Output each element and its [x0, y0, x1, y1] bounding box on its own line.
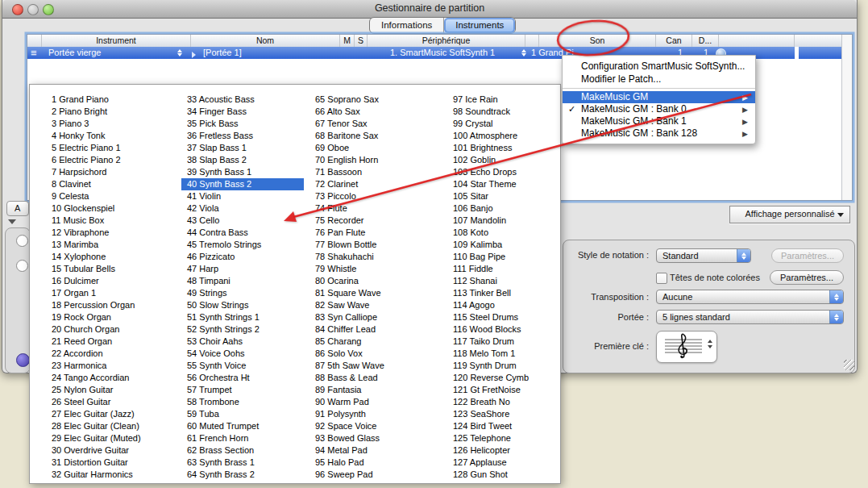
gm-list-item[interactable]: 36 Fretless Bass — [181, 130, 309, 142]
gm-list-item[interactable]: 122 Breath No — [447, 396, 575, 408]
gm-list-item[interactable]: 68 Baritone Sax — [309, 130, 437, 142]
gm-list-item[interactable]: 54 Voice Oohs — [181, 348, 309, 360]
gm-list-item[interactable]: 124 Bird Tweet — [447, 420, 575, 432]
tab-instruments[interactable]: Instruments — [444, 18, 515, 33]
gm-list-item[interactable]: 120 Reverse Cymb — [447, 372, 575, 384]
gm-list-item[interactable]: 85 Charang — [309, 336, 437, 348]
gm-list-item[interactable]: 73 Piccolo — [309, 190, 437, 202]
gm-list-item[interactable]: 91 Polysynth — [309, 408, 437, 420]
gm-list-item[interactable]: 15 Tubular Bells — [46, 263, 173, 275]
gm-list-item[interactable]: 123 SeaShore — [447, 408, 575, 420]
gm-list-item[interactable]: 3 Piano 3 — [46, 118, 173, 130]
clef-stepper-icon[interactable] — [708, 340, 712, 348]
gm-list-item[interactable]: 102 Goblin — [447, 154, 575, 166]
gm-list-item[interactable]: 84 Chiffer Lead — [309, 323, 437, 336]
gm-list-item[interactable]: 29 Elec Guitar (Muted) — [46, 432, 173, 444]
gm-list-item[interactable]: 114 Agogo — [447, 299, 575, 311]
gm-list-item[interactable]: 81 Square Wave — [309, 287, 437, 299]
column-header-peripherique[interactable]: Périphérique — [368, 35, 525, 47]
gm-list-item[interactable]: 37 Slap Bass 1 — [181, 142, 309, 154]
gm-list-item[interactable]: 46 Pizzicato — [181, 251, 309, 263]
gm-list-item[interactable]: 109 Kalimba — [447, 239, 575, 251]
gm-list-item[interactable]: 20 Church Organ — [46, 323, 173, 336]
gm-list-item[interactable]: 23 Harmonica — [46, 360, 173, 372]
gm-list-item[interactable]: 93 Bowed Glass — [309, 432, 437, 444]
table-scrollbar[interactable] — [841, 35, 852, 200]
gm-list-item[interactable]: 96 Sweep Pad — [309, 469, 437, 481]
gm-list-item[interactable]: 2 Piano Bright — [46, 106, 173, 118]
gm-list-item[interactable]: 57 Trumpet — [181, 384, 309, 396]
menu-item-bank1[interactable]: MakeMusic GM : Bank 1 ▶ — [563, 115, 755, 127]
gm-list-item[interactable]: 17 Organ 1 — [46, 287, 173, 299]
gm-list-item[interactable]: 99 Crystal — [447, 118, 575, 130]
gm-list-item[interactable]: 115 Steel Drums — [447, 311, 575, 323]
gm-list-item[interactable]: 62 Brass Section — [181, 444, 309, 457]
gm-list-item[interactable]: 75 Recorder — [309, 215, 437, 227]
gm-list-item[interactable]: 121 Gt FretNoise — [447, 384, 575, 396]
column-header-instrument[interactable]: Instrument — [42, 35, 191, 47]
gm-list-item[interactable]: 30 Overdrive Guitar — [46, 444, 173, 457]
gm-list-item[interactable]: 5 Electric Piano 1 — [46, 142, 173, 154]
gm-list-item[interactable]: 103 Echo Drops — [447, 166, 575, 178]
tab-informations[interactable]: Informations — [370, 18, 444, 33]
gm-list-item[interactable]: 98 Soundtrack — [447, 106, 575, 118]
gm-list-item[interactable]: 27 Elec Guitar (Jazz) — [46, 408, 173, 420]
disclosure-down-icon[interactable] — [8, 219, 16, 224]
gm-list-item[interactable]: 40 Synth Bass 2 — [181, 178, 304, 190]
gm-list-item[interactable]: 66 Alto Sax — [309, 106, 437, 118]
gm-list-item[interactable]: 126 Helicopter — [447, 444, 575, 457]
gm-list-item[interactable]: 16 Dulcimer — [46, 275, 173, 287]
gm-list-item[interactable]: 61 French Horn — [181, 432, 309, 444]
gm-list-item[interactable]: 38 Slap Bass 2 — [181, 154, 309, 166]
gm-list-item[interactable]: 74 Flute — [309, 202, 437, 215]
radio-button-fragment[interactable] — [16, 235, 28, 247]
column-header-nom[interactable]: Nom — [191, 35, 340, 47]
column-header-d[interactable]: D... — [692, 35, 719, 47]
gm-list-item[interactable]: 51 Synth Strings 1 — [181, 311, 309, 323]
color-dot-fragment[interactable] — [16, 353, 30, 367]
colored-noteheads-checkbox[interactable] — [656, 273, 667, 284]
gm-list-item[interactable]: 22 Accordion — [46, 348, 173, 360]
drag-handle-icon[interactable]: ≡ — [31, 47, 37, 59]
gm-list-item[interactable]: 112 Shanai — [447, 275, 575, 287]
gm-list-item[interactable]: 44 Contra Bass — [181, 227, 309, 239]
gm-list-item[interactable]: 53 Choir Aahs — [181, 336, 309, 348]
gm-list-item[interactable]: 25 Nylon Guitar — [46, 384, 173, 396]
menu-item-modify-patch[interactable]: Modifier le Patch... — [563, 73, 755, 86]
gm-list-item[interactable]: 95 Halo Pad — [309, 457, 437, 469]
gm-list-item[interactable]: 100 Atmosphere — [447, 130, 575, 142]
gm-list-item[interactable]: 10 Glockenspiel — [46, 202, 173, 215]
gm-list-item[interactable]: 79 Whistle — [309, 263, 437, 275]
gm-list-item[interactable]: 76 Pan Flute — [309, 227, 437, 239]
gm-list-item[interactable]: 72 Clarinet — [309, 178, 437, 190]
gm-list-item[interactable]: 71 Bassoon — [309, 166, 437, 178]
gm-list-item[interactable]: 90 Warm Pad — [309, 396, 437, 408]
gm-list-item[interactable]: 117 Taiko Drum — [447, 336, 575, 348]
column-header-can[interactable]: Can — [656, 35, 692, 47]
first-clef-button[interactable] — [656, 331, 717, 363]
instrument-stepper-icon[interactable] — [177, 49, 182, 56]
gm-list-item[interactable]: 28 Elec Guitar (Clean) — [46, 420, 173, 432]
gm-list-item[interactable]: 18 Percussion Organ — [46, 299, 173, 311]
gm-list-item[interactable]: 125 Telephone — [447, 432, 575, 444]
gm-list-item[interactable]: 8 Clavinet — [46, 178, 173, 190]
gm-list-item[interactable]: 49 Strings — [181, 287, 309, 299]
hidden-button-fragment[interactable]: A — [6, 201, 29, 216]
column-header-m[interactable]: M — [340, 35, 355, 47]
gm-list-item[interactable]: 13 Marimba — [46, 239, 173, 251]
gm-list-item[interactable]: 113 Tinker Bell — [447, 287, 575, 299]
gm-list-item[interactable]: 43 Cello — [181, 215, 309, 227]
gm-list-item[interactable]: 80 Ocarina — [309, 275, 437, 287]
menu-item-bank128[interactable]: MakeMusic GM : Bank 128 ▶ — [563, 127, 755, 140]
gm-list-item[interactable]: 55 Synth Voice — [181, 360, 309, 372]
disclosure-triangle-icon[interactable] — [192, 49, 196, 61]
gm-list-item[interactable]: 63 Synth Brass 1 — [181, 457, 309, 469]
gm-list-item[interactable]: 35 Pick Bass — [181, 118, 309, 130]
gm-list-item[interactable]: 6 Electric Piano 2 — [46, 154, 173, 166]
gm-list-item[interactable]: 64 Synth Brass 2 — [181, 469, 309, 481]
gm-list-item[interactable]: 58 Trombone — [181, 396, 309, 408]
gm-list-item[interactable]: 32 Guitar Harmonics — [46, 469, 173, 481]
gm-list-item[interactable]: 88 Bass & Lead — [309, 372, 437, 384]
menu-item-bank0[interactable]: ✓ MakeMusic GM : Bank 0 ▶ — [563, 103, 755, 115]
gm-list-item[interactable]: 50 Slow Strings — [181, 299, 309, 311]
